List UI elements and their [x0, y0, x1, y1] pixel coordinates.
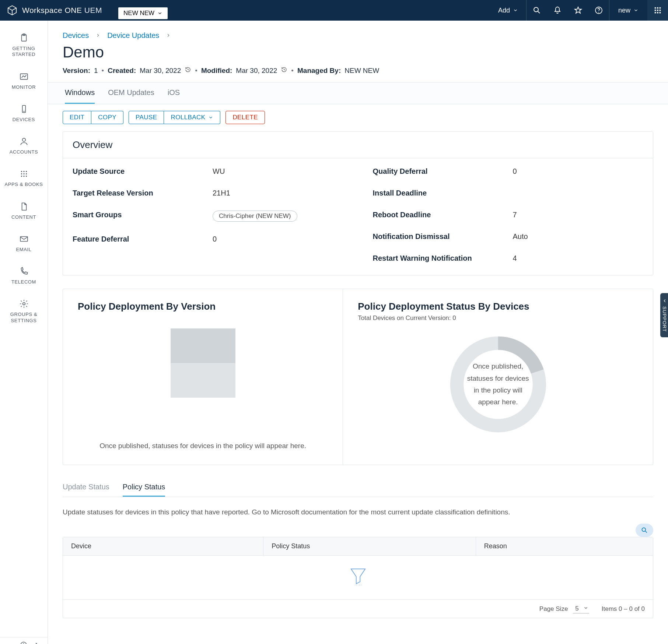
- svg-line-3: [538, 11, 540, 13]
- chevron-down-icon: [633, 8, 639, 13]
- sub-tabs: Update Status Policy Status: [63, 483, 653, 497]
- overview-row: Feature Deferral0: [73, 235, 343, 243]
- expand-sidebar-button[interactable]: [33, 641, 41, 644]
- chevron-right-icon: [166, 31, 171, 40]
- pause-button[interactable]: PAUSE: [129, 111, 164, 124]
- sidebar-item-label: MONITOR: [12, 84, 36, 90]
- topbar: Workspace ONE UEM NEW NEW Add new: [0, 0, 668, 21]
- breadcrumb-device-updates[interactable]: Device Updates: [107, 31, 159, 40]
- table-header-policy-status[interactable]: Policy Status: [263, 537, 476, 555]
- tabs: Windows OEM Updates iOS: [48, 82, 668, 104]
- svg-point-21: [21, 171, 22, 172]
- sidebar-item-groups-settings[interactable]: GROUPS & SETTINGS: [0, 293, 48, 332]
- subtab-policy-status[interactable]: Policy Status: [123, 483, 165, 497]
- policy-status-table: Device Policy Status Reason Page Size 5: [63, 537, 653, 618]
- sidebar-item-monitor[interactable]: MONITOR: [0, 66, 48, 98]
- notifications-button[interactable]: [547, 0, 568, 21]
- svg-point-29: [25, 176, 27, 177]
- star-icon: [574, 6, 583, 15]
- tab-oem-updates[interactable]: OEM Updates: [108, 82, 154, 104]
- svg-point-31: [22, 303, 25, 305]
- org-switcher[interactable]: NEW NEW: [118, 7, 168, 19]
- table-header-device[interactable]: Device: [63, 537, 263, 555]
- app-name: Workspace ONE UEM: [22, 6, 102, 15]
- version-chart-placeholder: [171, 328, 235, 398]
- page-size-selector[interactable]: Page Size 5: [539, 604, 589, 613]
- sidebar-item-label: TELECOM: [11, 279, 36, 285]
- meta-managed-by: NEW NEW: [345, 67, 379, 75]
- org-switcher-label: NEW NEW: [123, 10, 154, 17]
- history-icon: [281, 66, 287, 75]
- smart-group-chip[interactable]: Chris-Cipher (NEW NEW): [213, 211, 297, 222]
- copy-button[interactable]: COPY: [91, 111, 123, 124]
- sidebar-item-getting-started[interactable]: GETTING STARTED: [0, 27, 48, 66]
- meta-version: 1: [94, 67, 98, 75]
- grid-icon: [19, 169, 29, 179]
- user-menu[interactable]: new: [609, 7, 647, 14]
- chevron-down-icon: [208, 115, 213, 120]
- sidebar-item-email[interactable]: EMAIL: [0, 228, 48, 261]
- delete-button[interactable]: DELETE: [225, 111, 265, 124]
- chevron-right-icon: [95, 31, 101, 40]
- sidebar-footer: [0, 637, 48, 644]
- table-header-reason[interactable]: Reason: [476, 537, 653, 555]
- gear-icon: [19, 299, 29, 309]
- chevron-down-icon: [157, 11, 162, 16]
- svg-point-2: [534, 7, 538, 12]
- apps-grid-button[interactable]: [647, 0, 668, 21]
- app-logo[interactable]: Workspace ONE UEM: [7, 5, 102, 16]
- sidebar-item-apps-books[interactable]: APPS & BOOKS: [0, 163, 48, 196]
- svg-rect-12: [655, 12, 656, 14]
- svg-point-23: [25, 171, 27, 172]
- sidebar-item-accounts[interactable]: ACCOUNTS: [0, 131, 48, 163]
- tab-windows[interactable]: Windows: [65, 82, 95, 104]
- page-size-value: 5: [575, 605, 578, 612]
- svg-point-22: [23, 171, 24, 172]
- action-bar: EDIT COPY PAUSE ROLLBACK DELETE: [48, 104, 668, 131]
- overview-row: Notification DismissalAuto: [373, 232, 644, 241]
- sidebar-item-label: GETTING STARTED: [1, 46, 46, 58]
- overview-row: Quality Deferral0: [373, 167, 644, 176]
- search-icon: [641, 527, 648, 534]
- table-items-count: Items 0 – 0 of 0: [602, 605, 645, 613]
- person-icon: [19, 137, 29, 146]
- support-tab[interactable]: SUPPORT: [660, 293, 668, 337]
- breadcrumb-devices[interactable]: Devices: [63, 31, 89, 40]
- search-button[interactable]: [527, 0, 547, 21]
- funnel-icon: [348, 566, 368, 590]
- sidebar-item-label: CONTENT: [11, 214, 36, 220]
- meta-modified: Mar 30, 2022: [236, 67, 277, 75]
- bell-icon: [553, 6, 562, 15]
- svg-rect-7: [657, 7, 658, 9]
- sidebar-item-label: ACCOUNTS: [10, 149, 38, 155]
- table-search-button[interactable]: [636, 524, 653, 537]
- svg-point-5: [598, 12, 599, 13]
- overview-card: Overview Update SourceWU Target Release …: [63, 131, 653, 275]
- sidebar-item-telecom[interactable]: TELECOM: [0, 261, 48, 293]
- info-icon: [20, 641, 28, 644]
- apps-grid-icon: [654, 6, 662, 14]
- add-menu[interactable]: Add: [490, 0, 526, 21]
- page-size-label: Page Size: [539, 605, 568, 613]
- subtab-update-status[interactable]: Update Status: [63, 483, 109, 497]
- help-icon: [594, 6, 603, 15]
- tab-ios[interactable]: iOS: [168, 82, 180, 104]
- support-tab-label: SUPPORT: [662, 306, 667, 332]
- sidebar: GETTING STARTED MONITOR DEVICES ACCOUNTS…: [0, 21, 48, 644]
- clipboard-icon: [19, 33, 29, 43]
- info-button[interactable]: [20, 641, 28, 644]
- svg-rect-11: [660, 10, 661, 11]
- add-menu-label: Add: [498, 7, 510, 14]
- svg-rect-30: [20, 236, 28, 241]
- file-icon: [19, 202, 29, 211]
- rollback-button[interactable]: ROLLBACK: [164, 111, 220, 124]
- help-button[interactable]: [588, 0, 609, 21]
- favorites-button[interactable]: [568, 0, 588, 21]
- table-empty-state: [63, 556, 653, 600]
- svg-rect-6: [655, 7, 656, 9]
- page-meta: Version: 1 • Created: Mar 30, 2022 • Mod…: [63, 66, 653, 75]
- main-content: Devices Device Updates Demo Version: 1 •…: [48, 21, 668, 644]
- sidebar-item-content[interactable]: CONTENT: [0, 196, 48, 228]
- edit-button[interactable]: EDIT: [63, 111, 91, 124]
- sidebar-item-devices[interactable]: DEVICES: [0, 98, 48, 131]
